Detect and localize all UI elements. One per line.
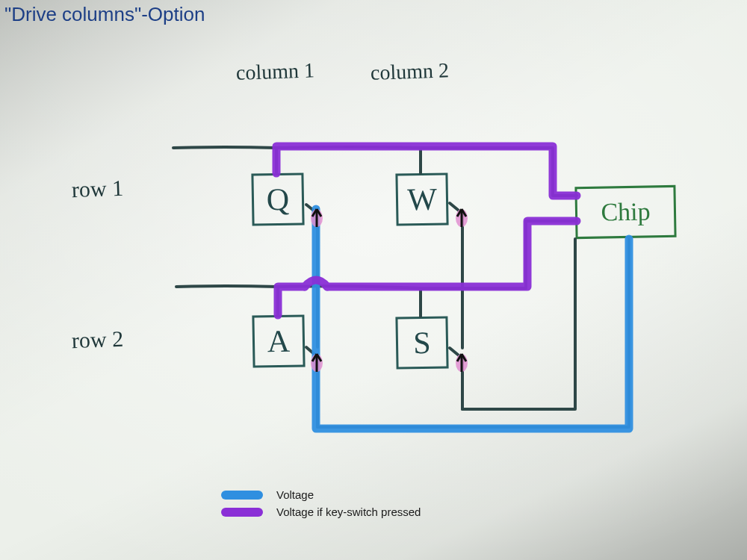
svg-point-0: [311, 209, 323, 227]
label-row-2: row 2: [71, 326, 123, 353]
key-s: S: [395, 316, 448, 369]
legend-row-voltage: Voltage: [221, 488, 421, 501]
label-column-2: column 2: [370, 58, 449, 85]
legend-row-voltage-pressed: Voltage if key-switch pressed: [221, 505, 421, 518]
diagram-title: "Drive columns"-Option: [4, 3, 205, 26]
chip-box: Chip: [574, 185, 676, 239]
legend: Voltage Voltage if key-switch pressed: [221, 484, 421, 523]
legend-label-voltage: Voltage: [276, 488, 314, 501]
key-q: Q: [251, 172, 304, 225]
legend-label-voltage-pressed: Voltage if key-switch pressed: [276, 505, 421, 518]
svg-point-3: [456, 354, 468, 372]
legend-swatch-blue: [221, 491, 263, 500]
legend-swatch-purple: [221, 508, 263, 517]
svg-point-1: [456, 209, 468, 227]
svg-point-2: [311, 354, 323, 372]
key-w: W: [395, 172, 448, 225]
key-a: A: [252, 314, 305, 367]
label-row-1: row 1: [71, 175, 123, 202]
label-column-1: column 1: [235, 58, 314, 85]
